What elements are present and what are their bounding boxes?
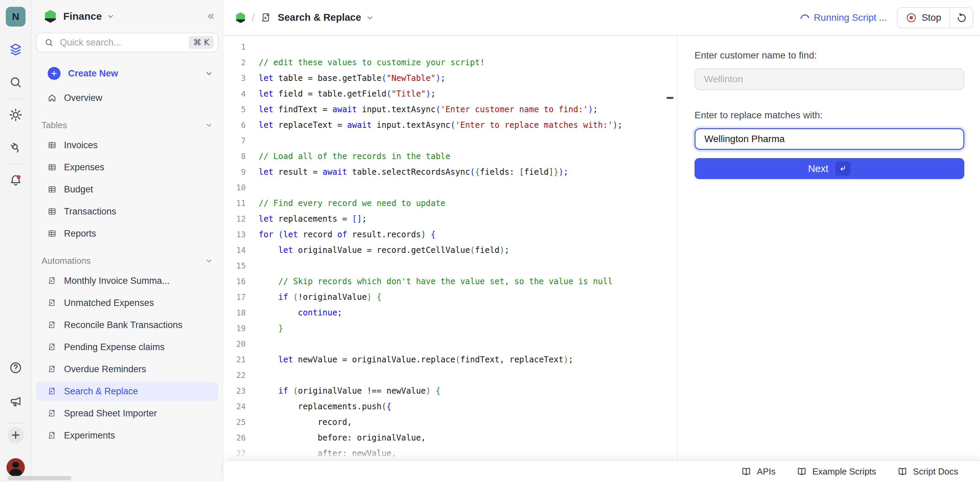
line-number: 12 [223, 214, 246, 224]
megaphone-icon[interactable] [8, 393, 24, 409]
rerun-script-button[interactable] [950, 8, 972, 27]
sidebar-item-monthly-invoice-summa[interactable]: Monthly Invoice Summa... [36, 271, 218, 290]
code-line[interactable]: 5let findText = await input.textAsync('E… [223, 101, 677, 117]
line-content: if (!originalValue) { [259, 292, 382, 302]
code-line[interactable]: 15 [223, 258, 677, 274]
workspace-hexagon-logo [44, 10, 56, 23]
help-icon[interactable] [8, 360, 24, 376]
code-line[interactable]: 9let result = await table.selectRecordsA… [223, 164, 677, 180]
script-icon [48, 365, 56, 374]
code-line[interactable]: 14 let originalValue = record.getCellVal… [223, 243, 677, 258]
sidebar-item-overview[interactable]: Overview [36, 88, 218, 108]
code-line[interactable]: 13for (let record of result.records) { [223, 227, 677, 243]
sidebar-item-pending-expense-claims[interactable]: Pending Expense claims [36, 338, 218, 357]
stop-button[interactable]: Stop [898, 8, 950, 27]
code-line[interactable]: 22 [223, 368, 677, 383]
item-label: Expenses [64, 162, 105, 173]
docs-link-script-docs[interactable]: Script Docs [897, 466, 958, 477]
line-content: continue; [259, 308, 342, 317]
workspace-logo[interactable]: N [6, 7, 25, 27]
line-content: record, [259, 417, 352, 427]
code-line[interactable]: 16 // Skip records which don't have the … [223, 274, 677, 289]
sidebar-item-transactions[interactable]: Transactions [36, 202, 218, 221]
line-content: // edit these values to customize your s… [259, 58, 485, 67]
line-number: 3 [223, 74, 246, 82]
gear-icon[interactable] [8, 107, 24, 123]
item-label: Reports [64, 228, 96, 239]
code-line[interactable]: 3let table = base.getTable("NewTable"); [223, 70, 677, 86]
line-content: // Load all of the records in the table [259, 152, 450, 161]
notifications-bell-icon[interactable] [8, 172, 24, 188]
code-line[interactable]: 17 if (!originalValue) { [223, 289, 677, 305]
replace-input[interactable] [695, 128, 964, 150]
line-content: after: newValue, [259, 449, 396, 458]
chevron-down-icon [366, 14, 374, 22]
spinner-icon [800, 14, 810, 22]
add-plus-button[interactable] [8, 427, 24, 443]
code-line[interactable]: 26 before: originalValue, [223, 430, 677, 446]
sidebar-item-unmatched-expenses[interactable]: Unmatched Expenses [36, 293, 218, 312]
sidebar-item-spread-sheet-importer[interactable]: Spread Sheet Importer [36, 404, 218, 423]
script-icon [48, 431, 56, 440]
plug-icon[interactable] [8, 140, 24, 156]
code-line[interactable]: 6let replaceText = await input.textAsync… [223, 117, 677, 133]
section-label: Automations [41, 255, 91, 266]
code-line[interactable]: 2// edit these values to customize your … [223, 55, 677, 70]
sidebar-item-invoices[interactable]: Invoices [36, 136, 218, 155]
collapse-sidebar-icon[interactable] [205, 11, 216, 21]
item-label: Invoices [64, 140, 98, 151]
line-content: } [259, 323, 283, 333]
sidebar-item-search-replace[interactable]: Search & Replace [36, 382, 218, 401]
overview-label: Overview [64, 93, 102, 103]
code-line[interactable]: 11// Find every record we need to update [223, 195, 677, 211]
quick-search-input[interactable] [60, 37, 189, 48]
sidebar-item-reconcile-bank-transactions[interactable]: Reconcile Bank Transactions [36, 316, 218, 335]
breadcrumb[interactable]: / Search & Replace [235, 12, 374, 24]
sidebar-item-expenses[interactable]: Expenses [36, 158, 218, 177]
code-line[interactable]: 10 [223, 180, 677, 195]
code-line[interactable]: 27 after: newValue, [223, 446, 677, 460]
code-line[interactable]: 8// Load all of the records in the table [223, 149, 677, 164]
next-button[interactable]: Next [695, 158, 964, 179]
search-icon[interactable] [8, 74, 24, 90]
sidebar-item-reports[interactable]: Reports [36, 224, 218, 243]
line-content: let result = await table.selectRecordsAs… [259, 167, 568, 177]
item-label: Pending Expense claims [64, 342, 165, 352]
sidebar-item-experiments[interactable]: Experiments [36, 426, 218, 445]
item-label: Budget [64, 184, 93, 195]
extensions-layers-icon[interactable] [8, 41, 24, 58]
code-editor[interactable]: 12// edit these values to customize your… [223, 36, 677, 460]
code-line[interactable]: 24 replacements.push({ [223, 399, 677, 414]
rail-divider [6, 164, 25, 165]
code-line[interactable]: 20 [223, 336, 677, 352]
docs-link-apis[interactable]: APIs [741, 466, 775, 477]
code-line[interactable]: 7 [223, 133, 677, 149]
chevron-down-icon [107, 12, 115, 21]
chevron-down-icon [205, 121, 213, 129]
code-line[interactable]: 21 let newValue = originalValue.replace(… [223, 352, 677, 368]
code-line[interactable]: 12let replacements = []; [223, 211, 677, 227]
sidebar-item-budget[interactable]: Budget [36, 180, 218, 199]
item-label: Overdue Reminders [64, 364, 146, 374]
code-line[interactable]: 23 if (originalValue !== newValue) { [223, 383, 677, 399]
workspace-switcher[interactable]: Finance [36, 6, 218, 27]
line-number: 14 [223, 246, 246, 255]
horizontal-scrollbar[interactable] [8, 476, 72, 480]
return-key-icon [835, 162, 851, 176]
line-content: let field = table.getField("Title"); [259, 89, 436, 98]
scroll-marker[interactable] [667, 97, 673, 99]
running-status: Running Script ... [814, 12, 887, 23]
docs-link-example-scripts[interactable]: Example Scripts [797, 466, 876, 477]
user-avatar[interactable] [6, 458, 25, 477]
code-line[interactable]: 4let field = table.getField("Title"); [223, 86, 677, 101]
code-line[interactable]: 1 [223, 39, 677, 55]
quick-search-box[interactable]: ⌘ K [36, 33, 218, 52]
code-line[interactable]: 18 continue; [223, 305, 677, 320]
find-input[interactable] [695, 68, 964, 90]
section-header-tables[interactable]: Tables [36, 117, 218, 133]
code-line[interactable]: 19 } [223, 320, 677, 336]
section-header-automations[interactable]: Automations [36, 253, 218, 268]
code-line[interactable]: 25 record, [223, 414, 677, 430]
sidebar-item-overdue-reminders[interactable]: Overdue Reminders [36, 360, 218, 379]
create-new-button[interactable]: Create New [36, 64, 218, 83]
